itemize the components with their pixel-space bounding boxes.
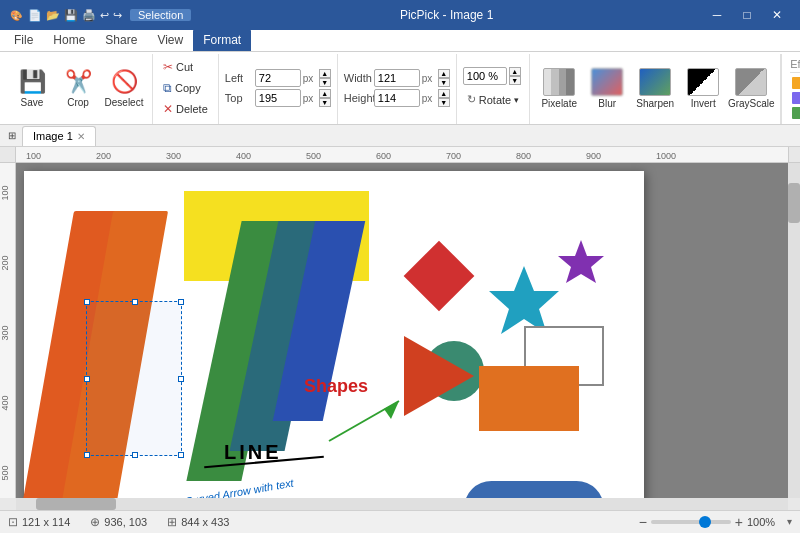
pixelate-button[interactable]: Pixelate [536,62,582,114]
doc-tab-close[interactable]: ✕ [77,131,85,142]
top-input[interactable] [255,89,301,107]
width-spin[interactable]: ▲▼ [438,69,450,87]
open-icon[interactable]: 📂 [46,9,60,22]
group-effects: Pixelate Blur Sharpen Invert GrayScale [530,54,781,124]
quick-access-toolbar: 📄 📂 💾 🖨️ ↩ ↪ [28,9,122,22]
height-input[interactable] [374,89,420,107]
top-spin[interactable]: ▲▼ [319,89,331,107]
selection-size-status: ⊡ 121 x 114 [8,515,70,529]
tab-file[interactable]: File [4,29,43,51]
zoom-plus-button[interactable]: + [735,514,743,530]
group-clipboard: ✂ Cut ⧉ Copy ✕ Delete [153,54,219,124]
zoom-row: ▲▼ [463,67,523,85]
crop-button[interactable]: ✂️ Crop [56,62,100,114]
minimize-button[interactable]: ─ [702,0,732,30]
canvas-scroll-area[interactable]: Shapes LINE Curved Arrow with text [16,163,788,498]
group-size: Width px ▲▼ Height px ▲▼ [338,54,457,124]
top-unit: px [303,93,317,104]
zoom-minus-button[interactable]: − [639,514,647,530]
svg-text:500: 500 [0,465,10,480]
blur-button[interactable]: Blur [584,62,630,114]
brightness-item[interactable]: Brightness / Contrast [790,76,800,91]
grayscale-icon [735,68,767,96]
zoom-input[interactable] [463,67,507,85]
handle-tr[interactable] [178,299,184,305]
rotate-button[interactable]: ↻ Rotate ▾ [463,90,523,110]
svg-text:100: 100 [26,151,41,161]
ruler-corner-right [788,147,800,162]
image-canvas: Shapes LINE Curved Arrow with text [24,171,644,498]
doc-tab-image1[interactable]: Image 1 ✕ [22,126,96,146]
tab-format[interactable]: Format [193,29,251,51]
scrollbar-thumb-h[interactable] [36,498,116,510]
new-icon[interactable]: 📄 [28,9,42,22]
rotate-icon: ↻ [467,93,476,106]
print-icon[interactable]: 🖨️ [82,9,96,22]
selection-rect [86,301,182,456]
zoom-dropdown[interactable]: ▾ [787,516,792,527]
zoom-slider-thumb[interactable] [699,516,711,528]
size-icon: ⊡ [8,515,18,529]
tab-home[interactable]: Home [43,29,95,51]
left-input[interactable] [255,69,301,87]
save-icon-title[interactable]: 💾 [64,9,78,22]
svg-text:900: 900 [586,151,601,161]
handle-bl[interactable] [84,452,90,458]
cut-button[interactable]: ✂ Cut [159,57,212,77]
zoom-percent-label: 100% [747,516,783,528]
width-input[interactable] [374,69,420,87]
svg-text:200: 200 [0,255,10,270]
width-unit: px [422,73,436,84]
undo-icon[interactable]: ↩ [100,9,109,22]
grid-icon[interactable]: ⊞ [4,128,20,143]
handle-ml[interactable] [84,376,90,382]
scrollbar-thumb-v[interactable] [788,183,800,223]
svg-text:800: 800 [516,151,531,161]
tab-share[interactable]: Share [95,29,147,51]
ruler-horizontal: 100 200 300 400 500 600 700 800 900 1000 [16,147,788,162]
left-spin[interactable]: ▲▼ [319,69,331,87]
zoom-slider-track[interactable] [651,520,731,524]
scrollbar-vertical[interactable] [788,163,800,498]
window-controls: ─ □ ✕ [702,0,792,30]
ribbon: File Home Share View Format 💾 Save ✂️ Cr… [0,30,800,125]
handle-mr[interactable] [178,376,184,382]
handle-br[interactable] [178,452,184,458]
tab-view[interactable]: View [147,29,193,51]
image-size-status: ⊞ 844 x 433 [167,515,229,529]
crop-icon: ✂️ [65,69,92,95]
color-balance-item[interactable]: Color balance [790,105,800,120]
handle-bm[interactable] [132,452,138,458]
delete-button[interactable]: ✕ Delete [159,99,212,119]
save-button[interactable]: 💾 Save [10,62,54,114]
maximize-button[interactable]: □ [732,0,762,30]
delete-icon: ✕ [163,102,173,116]
redo-icon[interactable]: ↪ [113,9,122,22]
height-spin[interactable]: ▲▼ [438,89,450,107]
hue-item[interactable]: Hue / Saturation [790,91,800,106]
handle-tm[interactable] [132,299,138,305]
invert-button[interactable]: Invert [680,62,726,114]
svg-text:1000: 1000 [656,151,676,161]
svg-text:200: 200 [96,151,111,161]
svg-text:400: 400 [236,151,251,161]
handle-tl[interactable] [84,299,90,305]
copy-button[interactable]: ⧉ Copy [159,78,212,98]
close-button[interactable]: ✕ [762,0,792,30]
grayscale-button[interactable]: GrayScale [728,62,774,114]
group-position: Left px ▲▼ Top px ▲▼ [219,54,338,124]
sharpen-button[interactable]: Sharpen [632,62,678,114]
title-bar-left: 🎨 📄 📂 💾 🖨️ ↩ ↪ Selection [8,7,191,23]
cursor-icon: ⊕ [90,515,100,529]
zoom-spin[interactable]: ▲▼ [509,67,521,85]
size-text: 121 x 114 [22,516,70,528]
deselect-button[interactable]: 🚫 Deselect [102,62,146,114]
scrollbar-horizontal[interactable] [16,498,788,510]
effects-panel: Effects ∧ Brightness / Contrast Hue / Sa… [781,54,800,124]
active-tab-badge: Selection [130,9,191,21]
width-row: Width px ▲▼ [344,69,450,87]
shape-orange-rect [479,366,579,431]
ruler-corner [0,147,16,163]
svg-text:300: 300 [166,151,181,161]
pixelate-icon [543,68,575,96]
